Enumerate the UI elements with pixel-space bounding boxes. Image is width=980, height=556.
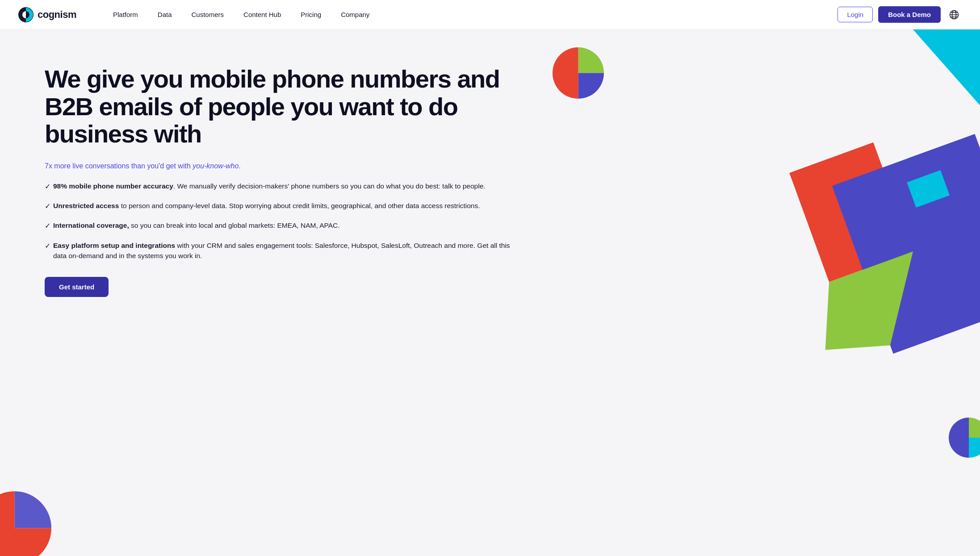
hero-visual	[539, 29, 980, 556]
nav-company[interactable]: Company	[331, 0, 379, 29]
feature-accuracy-text: 98% mobile phone number accuracy. We man…	[53, 181, 486, 192]
globe-icon	[949, 10, 959, 20]
navbar: cognism Platform Data Customers Content …	[0, 0, 980, 29]
hero-subtitle-italic: you-know-who	[193, 162, 239, 170]
feature-integrations-text: Easy platform setup and integrations wit…	[53, 240, 512, 261]
cta-button[interactable]: Get started	[45, 277, 109, 297]
feature-accuracy: ✓ 98% mobile phone number accuracy. We m…	[45, 181, 512, 192]
hero-section: We give you mobile phone numbers and B2B…	[0, 29, 980, 556]
hero-subtitle-prefix: 7x more live conversations than you'd ge…	[45, 162, 193, 170]
logo-link[interactable]: cognism	[18, 7, 76, 23]
hero-title: We give you mobile phone numbers and B2B…	[45, 65, 512, 148]
language-selector[interactable]	[946, 7, 962, 23]
main-nav: Platform Data Customers Content Hub Pric…	[103, 0, 838, 29]
logo-text: cognism	[38, 9, 76, 21]
svg-marker-8	[913, 29, 980, 105]
feature-bold-4: Easy platform setup and integrations	[53, 242, 175, 249]
feature-integrations: ✓ Easy platform setup and integrations w…	[45, 240, 512, 261]
nav-pricing[interactable]: Pricing	[291, 0, 331, 29]
nav-content-hub[interactable]: Content Hub	[234, 0, 291, 29]
book-demo-button[interactable]: Book a Demo	[878, 6, 941, 23]
hero-subtitle: 7x more live conversations than you'd ge…	[45, 162, 512, 170]
feature-bold-2: Unrestricted access	[53, 202, 119, 209]
feature-coverage-text: International coverage, so you can break…	[53, 220, 340, 231]
check-icon-3: ✓	[45, 221, 50, 231]
feature-bold-1: 98% mobile phone number accuracy	[53, 182, 173, 190]
check-icon-4: ✓	[45, 241, 50, 261]
navbar-actions: Login Book a Demo	[838, 6, 962, 23]
check-icon-1: ✓	[45, 181, 50, 192]
hero-content: We give you mobile phone numbers and B2B…	[0, 29, 539, 556]
check-icon-2: ✓	[45, 201, 50, 211]
feature-access-text: Unrestricted access to person and compan…	[53, 201, 480, 211]
login-button[interactable]: Login	[838, 7, 873, 22]
small-pie-decoration	[949, 418, 980, 458]
hero-features-list: ✓ 98% mobile phone number accuracy. We m…	[45, 181, 512, 261]
feature-bold-3: International coverage,	[53, 222, 129, 229]
feature-access: ✓ Unrestricted access to person and comp…	[45, 201, 512, 211]
pie-chart-decoration	[553, 47, 604, 99]
nav-platform[interactable]: Platform	[103, 0, 148, 29]
nav-customers[interactable]: Customers	[182, 0, 234, 29]
cognism-logo-icon	[18, 7, 34, 23]
feature-coverage: ✓ International coverage, so you can bre…	[45, 220, 512, 231]
hero-subtitle-suffix: .	[239, 162, 240, 170]
cyan-corner-decoration	[886, 29, 980, 105]
main-shape-decoration	[757, 119, 980, 369]
nav-data[interactable]: Data	[148, 0, 182, 29]
